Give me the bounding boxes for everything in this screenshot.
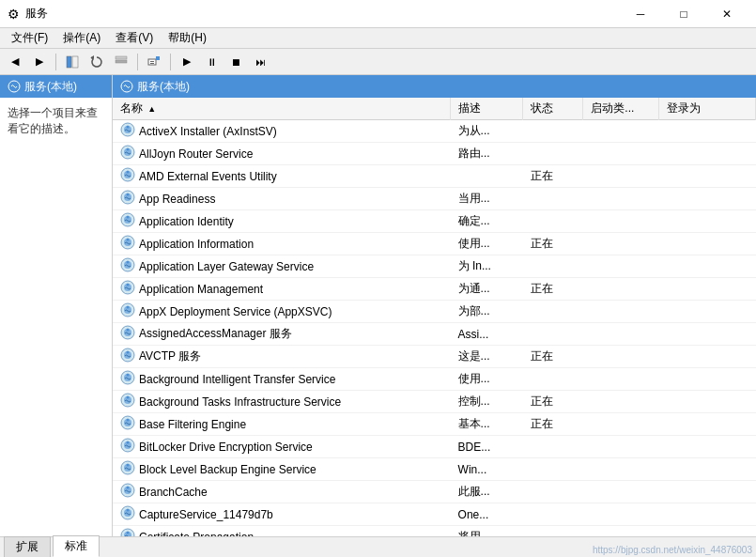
- svg-rect-0: [67, 56, 71, 68]
- content-area: 服务(本地) 名称 ▲ 描述 状态: [113, 75, 756, 536]
- toolbar-restart[interactable]: ⏭: [249, 52, 271, 72]
- tab-extend[interactable]: 扩展: [4, 536, 51, 557]
- service-icon: [120, 145, 135, 162]
- service-status: 正在: [523, 233, 583, 255]
- toolbar-sep2: [137, 54, 138, 70]
- toolbar-forward[interactable]: ▶: [28, 52, 51, 72]
- toolbar-sep1: [55, 54, 56, 70]
- menu-action[interactable]: 操作(A): [55, 28, 108, 48]
- service-desc: 为从...: [451, 120, 523, 143]
- service-icon: [120, 122, 135, 140]
- window-icon: ⚙: [8, 7, 20, 22]
- col-header-status[interactable]: 状态: [523, 98, 583, 120]
- service-login: [659, 503, 756, 526]
- svg-rect-4: [116, 60, 127, 63]
- col-header-login[interactable]: 登录为: [659, 98, 756, 120]
- service-icon: [120, 528, 135, 536]
- table-row[interactable]: BranchCache此服...: [113, 481, 756, 503]
- service-name: Application Layer Gateway Service: [139, 260, 314, 273]
- service-icon: [120, 483, 135, 501]
- svg-point-34: [127, 284, 130, 286]
- table-row[interactable]: Application Management为通...正在: [113, 278, 756, 301]
- table-row[interactable]: Background Intelligent Transfer Service使…: [113, 368, 756, 391]
- service-status: [523, 458, 583, 481]
- toolbar-back[interactable]: ◀: [4, 52, 26, 72]
- menu-file[interactable]: 文件(F): [4, 28, 55, 48]
- service-login: [659, 368, 756, 391]
- table-row[interactable]: Certificate Propagation将用...: [113, 526, 756, 537]
- svg-point-43: [127, 351, 130, 354]
- services-table[interactable]: 名称 ▲ 描述 状态 启动类... 登录为: [113, 98, 756, 536]
- table-row[interactable]: Block Level Backup Engine ServiceWin...: [113, 458, 756, 481]
- service-name: AppX Deployment Service (AppXSVC): [139, 305, 332, 318]
- svg-rect-7: [150, 63, 154, 64]
- table-row[interactable]: App Readiness当用...: [113, 188, 756, 210]
- table-row[interactable]: BitLocker Drive Encryption ServiceBDE...: [113, 436, 756, 458]
- table-row[interactable]: AssignedAccessManager 服务Assi...: [113, 323, 756, 346]
- title-bar: ⚙ 服务 ─ □ ✕: [0, 0, 756, 28]
- menu-help[interactable]: 帮助(H): [161, 28, 214, 48]
- service-desc: 这是...: [451, 346, 523, 368]
- toolbar-show-hide[interactable]: [61, 52, 84, 72]
- maximize-button[interactable]: □: [662, 0, 705, 28]
- sidebar-desc-text: 选择一个项目来查看它的描述。: [8, 106, 98, 135]
- service-desc: One...: [451, 503, 523, 526]
- table-row[interactable]: Base Filtering Engine基本...正在: [113, 413, 756, 436]
- tab-standard[interactable]: 标准: [53, 535, 100, 557]
- service-login: [659, 143, 756, 165]
- table-row[interactable]: AVCTP 服务这是...正在: [113, 346, 756, 368]
- table-row[interactable]: AppX Deployment Service (AppXSVC)为部...: [113, 301, 756, 323]
- toolbar-stop[interactable]: ⏹: [224, 52, 247, 72]
- service-desc: 为部...: [451, 301, 523, 323]
- service-login: [659, 391, 756, 413]
- service-startup: [583, 391, 659, 413]
- service-icon: [120, 212, 135, 230]
- table-row[interactable]: Application Identity确定...: [113, 210, 756, 233]
- col-header-desc[interactable]: 描述: [451, 98, 523, 120]
- service-status: [523, 255, 583, 278]
- service-startup: [583, 233, 659, 255]
- service-icon: [120, 167, 135, 185]
- toolbar-pause[interactable]: ⏸: [200, 52, 223, 72]
- menu-view[interactable]: 查看(V): [108, 28, 161, 48]
- table-row[interactable]: Application Information使用...正在: [113, 233, 756, 255]
- service-login: [659, 278, 756, 301]
- service-name: AllJoyn Router Service: [139, 147, 253, 161]
- close-button[interactable]: ✕: [705, 0, 748, 28]
- bottom-tabs: 扩展 标准: [0, 536, 756, 557]
- toolbar-refresh[interactable]: [85, 52, 108, 72]
- col-header-startup[interactable]: 启动类...: [583, 98, 659, 120]
- service-status: [523, 120, 583, 143]
- service-name: BranchCache: [139, 486, 208, 499]
- table-row[interactable]: ActiveX Installer (AxInstSV)为从...: [113, 120, 756, 143]
- toolbar-properties[interactable]: [143, 52, 165, 72]
- service-desc: 为 In...: [451, 255, 523, 278]
- minimize-button[interactable]: ─: [619, 0, 662, 28]
- toolbar-up[interactable]: [110, 52, 132, 72]
- service-name: Background Intelligent Transfer Service: [139, 373, 335, 386]
- service-desc: 为通...: [451, 278, 523, 301]
- service-startup: [583, 188, 659, 210]
- service-status: 正在: [523, 391, 583, 413]
- toolbar-sep3: [170, 54, 171, 70]
- service-startup: [583, 255, 659, 278]
- service-login: [659, 188, 756, 210]
- sidebar-header: 服务(本地): [0, 75, 112, 98]
- service-status: 正在: [523, 346, 583, 368]
- col-header-name[interactable]: 名称 ▲: [113, 98, 451, 120]
- table-row[interactable]: AllJoyn Router Service路由...: [113, 143, 756, 165]
- service-status: 正在: [523, 165, 583, 188]
- service-status: 正在: [523, 278, 583, 301]
- table-row[interactable]: Background Tasks Infrastructure Service控…: [113, 391, 756, 413]
- content-title: 服务(本地): [137, 79, 190, 95]
- service-startup: [583, 503, 659, 526]
- table-row[interactable]: AMD External Events Utility正在: [113, 165, 756, 188]
- table-row[interactable]: CaptureService_11479d7bOne...: [113, 503, 756, 526]
- toolbar-start[interactable]: ▶: [176, 52, 198, 72]
- service-desc: Assi...: [451, 323, 523, 346]
- table-row[interactable]: Application Layer Gateway Service为 In...: [113, 255, 756, 278]
- service-icon: [120, 348, 135, 365]
- service-startup: [583, 368, 659, 391]
- svg-point-52: [127, 419, 130, 422]
- service-icon: [120, 257, 135, 275]
